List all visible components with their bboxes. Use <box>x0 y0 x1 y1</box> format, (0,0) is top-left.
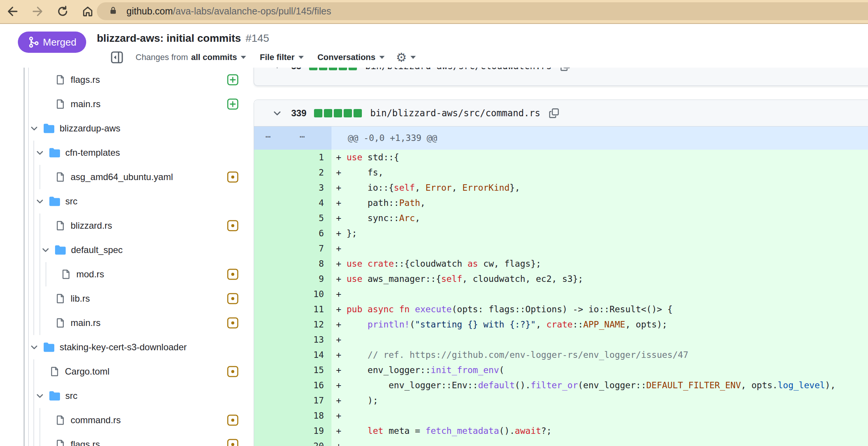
tree-item-blizzardup-aws[interactable]: blizzardup-aws <box>0 116 251 141</box>
tree-item-main-rs[interactable]: main.rs <box>0 311 251 335</box>
tree-item-src[interactable]: src <box>0 189 251 214</box>
code-line-20: 20+ <box>254 438 868 446</box>
hunk-gutter: …… <box>254 127 331 150</box>
merged-label: Merged <box>43 36 76 48</box>
file-path-link[interactable]: bin/blizzard-aws/src/command.rs <box>370 108 540 119</box>
tree-item-label: flags.rs <box>71 74 100 85</box>
chevron-down-icon <box>35 148 44 157</box>
line-number: 5 <box>254 210 331 226</box>
code-line-7: 7+ <box>254 241 868 256</box>
code-line-8: 8+ use crate::{cloudwatch as cw, flags}; <box>254 256 868 271</box>
diff-stat-blocks <box>314 109 362 117</box>
tree-item-staking-key-cert-s3-downloader[interactable]: staking-key-cert-s3-downloader <box>0 335 251 359</box>
line-number: 18 <box>254 408 331 423</box>
line-number: 17 <box>254 393 331 408</box>
tree-item-flags-rs[interactable]: flags.rs <box>0 68 251 92</box>
tree-item-label: default_spec <box>71 245 123 255</box>
line-number: 6 <box>254 226 331 241</box>
conversations-dropdown[interactable]: Conversations <box>317 52 385 62</box>
pr-header: Merged blizzard-aws: initial commits#145… <box>0 24 868 68</box>
diff-card-command: 339 bin/blizzard-aws/src/command.rs …… @… <box>254 100 868 446</box>
changes-from-dropdown[interactable]: Changes fromall commits <box>136 52 246 62</box>
line-number: 20 <box>254 438 331 446</box>
code-line-10: 10+ <box>254 286 868 302</box>
chevron-down-icon <box>241 56 246 59</box>
tree-item-label: blizzardup-aws <box>60 123 120 134</box>
chevron-down-icon <box>30 343 39 352</box>
code-content: + use aws_manager::{self, cloudwatch, ec… <box>331 271 868 286</box>
diff-modified-icon <box>227 269 238 280</box>
back-icon[interactable] <box>6 5 19 18</box>
file-icon <box>55 294 65 304</box>
tree-item-label: main.rs <box>71 318 101 328</box>
hunk-range: @@ -0,0 +1,339 @@ <box>331 127 868 150</box>
line-number: 3 <box>254 180 331 195</box>
file-filter-dropdown[interactable]: File filter <box>260 52 304 62</box>
tree-item-asg-amd64-ubuntu-yaml[interactable]: asg_amd64_ubuntu.yaml <box>0 165 251 189</box>
home-icon[interactable] <box>81 5 94 18</box>
diff-settings-dropdown[interactable]: ⚙ <box>396 51 416 63</box>
diff-modified-icon <box>227 317 238 329</box>
tree-item-label: command.rs <box>71 415 121 425</box>
code-content: + pub async fn execute(opts: flags::Opti… <box>331 302 868 317</box>
code-content: + // ref. https://github.com/env-logger-… <box>331 347 868 362</box>
chevron-down-icon <box>35 391 44 400</box>
folder-icon <box>49 196 60 207</box>
code-line-6: 6+ }; <box>254 226 868 241</box>
diff-added-icon <box>227 98 238 110</box>
code-content: + env_logger::init_from_env( <box>331 362 868 378</box>
line-number: 4 <box>254 195 331 210</box>
code-line-12: 12+ println!("starting {} with {:?}", cr… <box>254 317 868 332</box>
code-content: + use crate::{cloudwatch as cw, flags}; <box>331 256 868 271</box>
reload-icon[interactable] <box>56 5 69 18</box>
collapse-sidebar-button[interactable] <box>110 51 123 64</box>
tree-item-cfn-templates[interactable]: cfn-templates <box>0 141 251 165</box>
line-number: 8 <box>254 256 331 271</box>
tree-item-label: Cargo.toml <box>65 366 109 377</box>
tree-item-flags-rs[interactable]: flags.rs <box>0 432 251 446</box>
tree-item-main-rs[interactable]: main.rs <box>0 92 251 116</box>
lock-icon <box>108 6 118 17</box>
tree-item-command-rs[interactable]: command.rs <box>0 408 251 432</box>
code-content: + <box>331 286 868 302</box>
tree-item-label: staking-key-cert-s3-downloader <box>60 342 187 353</box>
code-line-11: 11+ pub async fn execute(opts: flags::Op… <box>254 302 868 317</box>
code-content: + use std::{ <box>331 150 868 165</box>
tree-item-src[interactable]: src <box>0 384 251 408</box>
chevron-down-icon <box>410 56 416 59</box>
diff-stat-square <box>344 109 352 117</box>
diff-stat-square <box>314 109 322 117</box>
collapse-file-chevron-icon[interactable] <box>272 108 282 118</box>
browser-chrome: github.com/ava-labs/avalanche-ops/pull/1… <box>0 0 868 24</box>
url-bar[interactable]: github.com/ava-labs/avalanche-ops/pull/1… <box>97 2 868 20</box>
file-icon <box>55 99 65 109</box>
tree-item-lib-rs[interactable]: lib.rs <box>0 286 251 311</box>
line-number: 12 <box>254 317 331 332</box>
chevron-down-icon <box>298 56 304 59</box>
file-icon <box>50 367 60 376</box>
line-number: 9 <box>254 271 331 286</box>
merged-status-badge: Merged <box>18 32 86 53</box>
diff-modified-icon <box>227 220 238 231</box>
gear-icon: ⚙ <box>396 51 407 63</box>
code-line-19: 19+ let meta = fetch_metadata().await?; <box>254 423 868 438</box>
tree-item-cargo-toml[interactable]: Cargo.toml <box>0 359 251 384</box>
tree-item-label: main.rs <box>71 99 101 109</box>
line-number: 15 <box>254 362 331 378</box>
chevron-down-icon <box>35 197 44 206</box>
folder-icon <box>49 391 60 401</box>
tree-item-mod-rs[interactable]: mod.rs <box>0 262 251 286</box>
diff-file-header: 339 bin/blizzard-aws/src/command.rs <box>254 100 868 127</box>
code-content: + println!("starting {} with {:?}", crat… <box>331 317 868 332</box>
copy-path-icon[interactable] <box>549 108 559 119</box>
tree-item-blizzard-rs[interactable]: blizzard.rs <box>0 214 251 238</box>
tree-item-label: lib.rs <box>71 293 90 304</box>
code-content: + fs, <box>331 165 868 180</box>
diff-added-icon <box>227 74 238 85</box>
code-content: + }; <box>331 226 868 241</box>
tree-item-default-spec[interactable]: default_spec <box>0 238 251 262</box>
diff-stat-square <box>334 109 342 117</box>
code-line-1: 1+ use std::{ <box>254 150 868 165</box>
diff-modified-icon <box>227 171 238 183</box>
forward-icon[interactable] <box>31 5 44 18</box>
